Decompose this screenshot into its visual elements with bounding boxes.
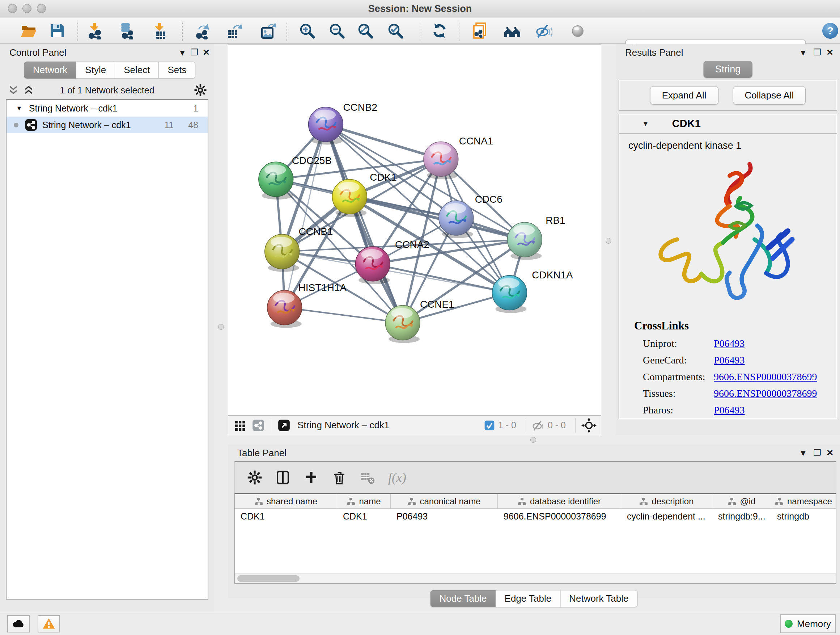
node-RB1[interactable]: RB1 (507, 215, 565, 260)
column-header-name[interactable]: name (337, 494, 391, 508)
section-collapse-icon[interactable]: ▼ (642, 120, 649, 128)
crosshair-icon[interactable] (581, 418, 597, 433)
import-table-button[interactable] (152, 22, 169, 40)
warning-icon (42, 617, 56, 631)
left-splitter-handle[interactable] (218, 324, 224, 330)
tab-node-table[interactable]: Node Table (431, 590, 496, 607)
crosslink-link[interactable]: P06493 (714, 404, 745, 416)
home-button[interactable] (504, 22, 521, 40)
window-zoom-button[interactable] (37, 4, 46, 13)
column-header-id[interactable]: @id (712, 494, 771, 508)
create-column-icon[interactable] (303, 470, 319, 485)
memory-button[interactable]: Memory (780, 614, 836, 633)
crosslink-link[interactable]: 9606.ENSP00000378699 (714, 388, 817, 399)
tab-style[interactable]: Style (76, 62, 115, 79)
main-toolbar: ? (0, 18, 840, 44)
gene-section-header[interactable]: ▼ CDK1 (619, 114, 837, 134)
panel-float-icon[interactable]: ❐ (190, 44, 198, 61)
crosslink-link[interactable]: 9606.ENSP00000378699 (714, 371, 817, 383)
network-tree: ▼ String Network – cdk1 1 String Network… (6, 99, 208, 600)
column-header-namespace[interactable]: namespace (771, 494, 836, 508)
panel-menu-icon[interactable]: ▾ (180, 44, 185, 61)
open-session-button[interactable] (20, 22, 37, 40)
edge-HIST1H1A-CCNE1[interactable] (285, 308, 403, 323)
string-document-icon (472, 22, 489, 40)
string-import-button[interactable] (472, 22, 489, 40)
import-database-button[interactable] (118, 22, 135, 40)
export-image-button[interactable] (259, 22, 276, 40)
table-hscrollbar[interactable] (235, 573, 836, 583)
crosslink-label: GeneCard: (643, 355, 714, 366)
node-CDKN1A[interactable]: CDKN1A (493, 269, 573, 313)
tab-select[interactable]: Select (115, 62, 159, 79)
refresh-button[interactable] (431, 22, 448, 40)
tab-sets[interactable]: Sets (159, 62, 195, 79)
tree-expand-icon[interactable]: ▼ (16, 105, 22, 112)
panel-close-icon[interactable]: ✕ (826, 44, 834, 61)
panel-close-icon[interactable]: ✕ (826, 445, 834, 461)
warnings-button[interactable] (38, 615, 60, 632)
zoom-selected-button[interactable] (387, 22, 404, 40)
table-cell: cyclin-dependent ... (621, 509, 712, 524)
show-all-button[interactable] (569, 22, 586, 40)
edge-CCNB2-HIST1H1A[interactable] (285, 125, 326, 308)
panel-menu-icon[interactable]: ▾ (801, 44, 805, 61)
export-network-button[interactable] (194, 22, 211, 40)
crosslink-link[interactable]: P06493 (714, 338, 745, 349)
tab-string[interactable]: String (704, 61, 752, 78)
network-graph[interactable]: CCNB2CCNA1CDC25BCDK1CDC6RB1CCNB1CCNA2CDK… (228, 44, 601, 415)
network-collection-row[interactable]: ▼ String Network – cdk1 1 (6, 100, 208, 117)
delete-column-icon[interactable] (332, 470, 347, 485)
gear-icon[interactable] (194, 84, 207, 97)
toolbar-separator (420, 21, 420, 41)
node-CCNA1[interactable]: CCNA1 (424, 135, 493, 179)
network-canvas[interactable]: CCNB2CCNA1CDC25BCDK1CDC6RB1CCNB1CCNA2CDK… (228, 44, 601, 416)
table-row[interactable]: CDK1CDK1P064939606.ENSP00000378699cyclin… (235, 509, 836, 524)
scrollbar-thumb[interactable] (237, 575, 300, 582)
delete-table-icon[interactable] (360, 470, 375, 485)
node-CCNB2[interactable]: CCNB2 (309, 102, 378, 145)
zoom-out-button[interactable] (328, 22, 346, 40)
bottom-splitter-handle[interactable] (531, 437, 536, 443)
edge-CCNB2-CCNA1[interactable] (325, 125, 441, 159)
column-header-canonicalname[interactable]: canonical name (391, 494, 498, 508)
export-table-button[interactable] (225, 22, 242, 40)
hide-selected-button[interactable] (535, 22, 553, 40)
panel-menu-icon[interactable]: ▾ (801, 445, 805, 461)
help-button[interactable]: ? (821, 22, 839, 40)
save-session-button[interactable] (49, 22, 66, 40)
right-splitter-handle[interactable] (606, 238, 611, 244)
panel-close-icon[interactable]: ✕ (202, 44, 210, 61)
window-close-button[interactable] (8, 4, 17, 13)
crosslink-label: Compartments: (643, 371, 714, 383)
function-builder-button[interactable]: f(x) (388, 470, 406, 485)
zoom-fit-button[interactable] (357, 22, 374, 40)
network-view-share-icon[interactable] (251, 418, 265, 432)
birdseye-view-icon[interactable] (277, 418, 291, 432)
import-network-button[interactable] (87, 22, 104, 40)
hidden-eye-icon[interactable] (532, 419, 545, 432)
table-settings-gear-icon[interactable] (247, 470, 262, 485)
zoom-fit-icon (357, 22, 374, 40)
panel-float-icon[interactable]: ❐ (813, 44, 821, 61)
panel-float-icon[interactable]: ❐ (813, 445, 821, 461)
collapse-all-button[interactable]: Collapse All (733, 86, 806, 105)
grid-view-icon[interactable] (233, 418, 247, 432)
expand-all-button[interactable]: Expand All (650, 86, 718, 105)
column-header-sharedname[interactable]: shared name (235, 494, 337, 508)
edge-CCNA2-CDKN1A[interactable] (373, 264, 509, 293)
node-HIST1H1A[interactable]: HIST1H1A (267, 282, 347, 328)
tab-network[interactable]: Network (24, 62, 76, 79)
network-row-selected[interactable]: String Network – cdk1 11 48 (6, 117, 208, 133)
selected-checkbox-icon[interactable] (484, 420, 495, 431)
cloud-status-button[interactable] (7, 615, 30, 632)
crosslink-row: Uniprot:P06493 (619, 335, 837, 352)
column-header-databaseidentifier[interactable]: database identifier (498, 494, 621, 508)
show-columns-icon[interactable] (275, 470, 291, 485)
column-header-description[interactable]: description (621, 494, 712, 508)
tab-network-table[interactable]: Network Table (561, 590, 638, 607)
zoom-in-button[interactable] (298, 22, 316, 40)
window-minimize-button[interactable] (22, 4, 32, 13)
crosslink-link[interactable]: P06493 (714, 355, 745, 366)
tab-edge-table[interactable]: Edge Table (496, 590, 561, 607)
